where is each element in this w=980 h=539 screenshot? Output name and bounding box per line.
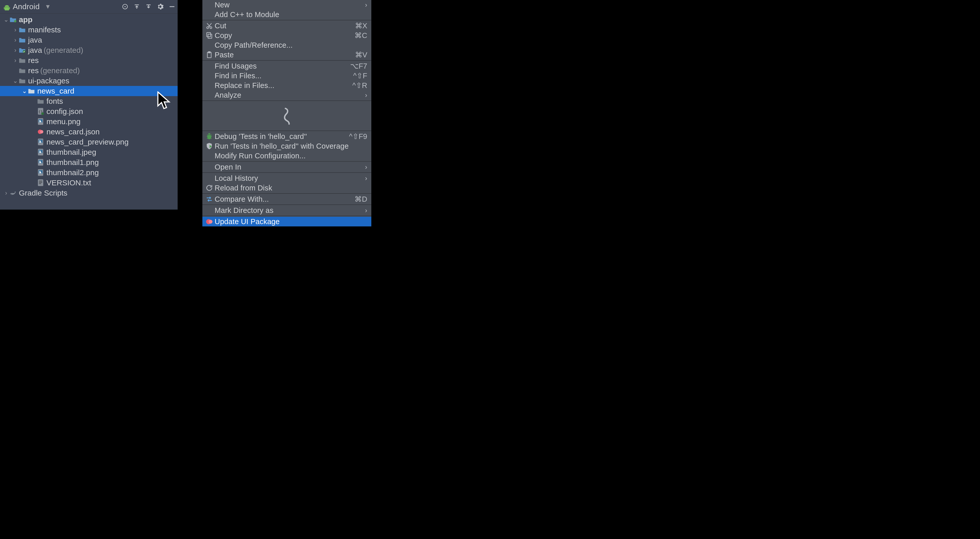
tree-item-label: thumbnail1.png (46, 158, 99, 167)
menu-item[interactable]: Copy⌘C (202, 30, 371, 40)
menu-item[interactable]: Copy Path/Reference... (202, 40, 371, 50)
chevron-right-icon: › (365, 174, 367, 182)
tree-row[interactable]: menu.png (0, 117, 178, 127)
png-icon (37, 160, 44, 165)
menu-item-label: Run 'Tests in 'hello_card'' with Coverag… (215, 142, 367, 151)
menu-item[interactable]: Add C++ to Module (202, 10, 371, 19)
chevron-right-icon[interactable]: › (12, 57, 19, 64)
chevron-down-icon[interactable]: ⌄ (3, 16, 10, 23)
menu-item[interactable]: Cut⌘X (202, 21, 371, 30)
tree-item-label: menu.png (46, 117, 80, 126)
menu-item[interactable]: Reload from Disk (202, 183, 371, 193)
tree-row[interactable]: ›manifests (0, 25, 178, 35)
menu-item[interactable]: Local History› (202, 173, 371, 183)
tree-row[interactable]: thumbnail2.png (0, 168, 178, 178)
chevron-down-icon[interactable]: ⌄ (12, 77, 19, 84)
blank-icon (205, 42, 213, 48)
svg-point-43 (11, 193, 12, 194)
svg-line-56 (210, 135, 212, 136)
cursor-icon (157, 91, 170, 106)
menu-item-label: Find Usages (215, 62, 350, 70)
tree-row[interactable]: ›java(generated) (0, 45, 178, 55)
tree-row[interactable]: news_card_preview.png (0, 137, 178, 147)
tree-row[interactable]: thumbnail1.png (0, 157, 178, 168)
svg-line-58 (210, 138, 212, 139)
menu-item[interactable]: New› (202, 0, 371, 10)
minimize-icon[interactable] (169, 3, 176, 10)
menu-item[interactable]: Mark Directory as› (202, 206, 371, 215)
menu-item[interactable]: Compare With...⌘D (202, 194, 371, 204)
menu-separator (202, 172, 371, 173)
tree-row[interactable]: ›java (0, 35, 178, 45)
tree-row[interactable]: ⌄ui-packages (0, 76, 178, 86)
menu-item[interactable]: Run 'Tests in 'hello_card'' with Coverag… (202, 141, 371, 151)
tree-row[interactable]: {}config.json (0, 106, 178, 117)
tree-row[interactable]: ⌄app (0, 14, 178, 25)
svg-line-57 (207, 138, 208, 139)
tree-item-label: config.json (46, 107, 83, 116)
blank-icon (205, 175, 213, 181)
menu-item[interactable]: Find in Files...^⇧F (202, 71, 371, 81)
tree-item-label: manifests (28, 25, 61, 34)
menu-separator (202, 100, 371, 101)
menu-separator (202, 193, 371, 194)
project-tree[interactable]: ⌄app›manifests›java›java(generated)›resr… (0, 14, 178, 198)
chevron-right-icon: › (365, 206, 367, 214)
menu-separator (202, 216, 371, 216)
menu-separator (202, 20, 371, 21)
svg-line-55 (207, 135, 208, 136)
png-icon (37, 119, 44, 124)
reload-icon (205, 185, 213, 191)
menu-separator (202, 205, 371, 205)
menu-item[interactable]: Paste⌘V (202, 50, 371, 60)
sort-icon[interactable] (145, 3, 152, 10)
menu-item[interactable]: Find Usages⌥F7 (202, 61, 371, 71)
menu-item-label: New (215, 1, 365, 9)
blank-icon (205, 73, 213, 79)
menu-item[interactable]: Open In› (202, 162, 371, 172)
chevron-right-icon[interactable]: › (12, 47, 19, 54)
chevron-down-icon[interactable]: ⌄ (21, 87, 28, 95)
tree-row[interactable]: res(generated) (0, 65, 178, 76)
tree-row[interactable]: ⌄news_card (0, 86, 178, 96)
chevron-down-icon: ▼ (45, 3, 51, 10)
select-opened-file-icon[interactable] (121, 3, 129, 10)
chevron-right-icon[interactable]: › (12, 26, 19, 33)
tree-row[interactable]: ›Gradle Scripts (0, 188, 178, 198)
menu-item[interactable]: Modify Run Configuration... (202, 151, 371, 161)
tree-row[interactable]: ›res (0, 55, 178, 65)
blank-icon (205, 207, 213, 213)
tree-row[interactable]: news_card.json (0, 127, 178, 137)
tree-item-label: news_card.json (46, 127, 100, 136)
tree-item-label: Gradle Scripts (19, 189, 67, 197)
compare-icon (205, 196, 213, 202)
menu-item-shortcut: ⌥F7 (350, 62, 367, 70)
blank-icon (205, 92, 213, 98)
project-view-selector[interactable]: Android ▼ (3, 2, 121, 11)
relay-icon (37, 129, 44, 135)
tree-row[interactable]: VERSION.txt (0, 178, 178, 188)
chevron-right-icon: › (365, 91, 367, 99)
gear-icon[interactable] (157, 3, 164, 10)
menu-item[interactable]: Replace in Files...^⇧R (202, 81, 371, 90)
tree-item-suffix: (generated) (40, 66, 80, 75)
chevron-right-icon[interactable]: › (3, 189, 10, 197)
tree-row[interactable]: thumbnail.jpeg (0, 147, 178, 157)
menu-item-label: Analyze (215, 91, 365, 100)
png-icon (37, 170, 44, 175)
tree-row[interactable]: fonts (0, 96, 178, 106)
tree-item-label: VERSION.txt (46, 179, 91, 187)
menu-item[interactable]: Debug 'Tests in 'hello_card''^⇧F9 (202, 132, 371, 141)
menu-item-shortcut: ⌘V (355, 51, 367, 59)
svg-rect-4 (9, 7, 10, 10)
svg-rect-3 (4, 7, 5, 10)
folder-dim-icon (37, 98, 44, 104)
menu-item-label: Mark Directory as (215, 206, 365, 215)
menu-item[interactable]: Update UI Package (202, 217, 371, 227)
folder-icon (19, 27, 25, 33)
menu-item-label: Copy (215, 32, 355, 40)
chevron-right-icon[interactable]: › (12, 36, 19, 44)
flatten-icon[interactable] (133, 3, 140, 10)
menu-item[interactable]: Analyze› (202, 90, 371, 100)
menu-item-label: Cut (215, 22, 355, 30)
